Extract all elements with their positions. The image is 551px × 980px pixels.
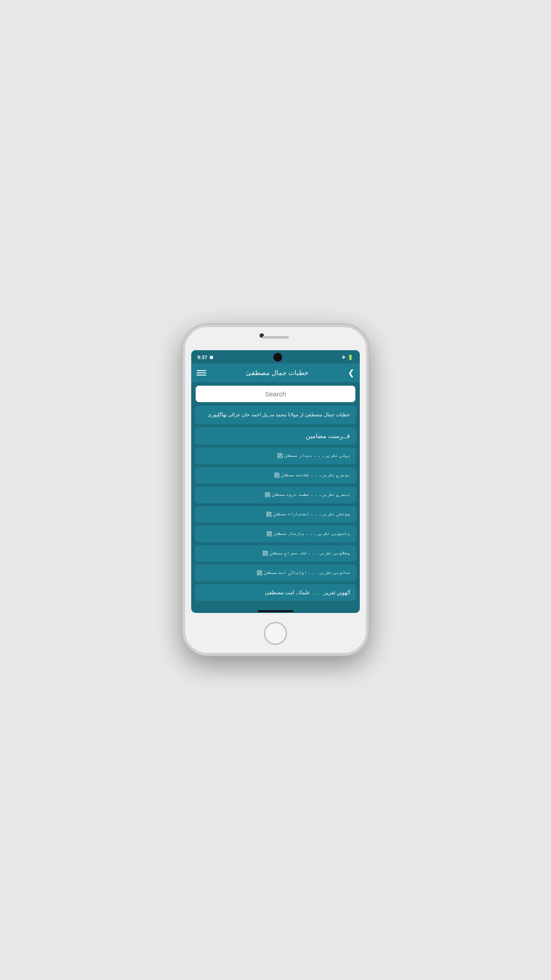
- search-container: [196, 386, 355, 402]
- list-item[interactable]: چھٹویں تقریر۔ ۔ ۔ تحفہ معراج مصطفیٰ ﷺ: [195, 545, 356, 562]
- back-icon[interactable]: ❮: [348, 368, 354, 378]
- list-item-label: چوتھی تقریر۔ ۔ ۔ اختیارات مصطفیٰ ﷺ: [266, 511, 350, 518]
- list-item-label: چھٹویں تقریر۔ ۔ ۔ تحفہ معراج مصطفیٰ ﷺ: [263, 550, 350, 557]
- app-title: خطبات جمال مصطفیٰ: [206, 369, 348, 377]
- status-right: ✈ 🔋: [342, 355, 354, 360]
- list-item[interactable]: دوسری تقریر۔ ۔ ۔ شفاعت مصطفیٰ ﷺ: [195, 467, 356, 484]
- hamburger-line-2: [197, 372, 206, 373]
- status-left: 9:37 ⏺: [197, 355, 214, 360]
- list-item[interactable]: فہرست مضامین: [195, 427, 356, 445]
- hamburger-line-1: [197, 370, 206, 371]
- list-item-label: دوسری تقریر۔ ۔ ۔ شفاعت مصطفیٰ ﷺ: [274, 472, 350, 478]
- app-header: خطبات جمال مصطفیٰ ❮: [191, 364, 360, 382]
- phone-screen: 9:37 ⏺ ✈ 🔋 خطبات جمال مصطفیٰ ❮: [191, 350, 360, 613]
- status-time: 9:37: [197, 355, 207, 360]
- list-item-label: خطبات جمال مصطفیٰ از مولانا محمد سہیل اح…: [208, 412, 350, 417]
- home-button[interactable]: [264, 622, 287, 645]
- hamburger-line-3: [197, 375, 206, 375]
- phone-frame: 9:37 ⏺ ✈ 🔋 خطبات جمال مصطفیٰ ❮: [182, 324, 369, 656]
- content-area: خطبات جمال مصطفیٰ از مولانا محمد سہیل اح…: [191, 406, 360, 609]
- list-item-label: پہلی تقریر۔ ۔ ۔ دیدار مصطفیٰ ﷺ: [277, 453, 350, 459]
- list-item[interactable]: خطبات جمال مصطفیٰ از مولانا محمد سہیل اح…: [195, 406, 356, 424]
- list-item[interactable]: تیسری تقریر۔ ۔ ۔ عظمت درود مصطفیٰ ﷺ: [195, 486, 356, 503]
- status-record-icon: ⏺: [209, 355, 214, 360]
- status-bar: 9:37 ⏺ ✈ 🔋: [191, 350, 360, 364]
- list-item-label: آٹھویں تقریر۔ ۔ ۔ علمائے امت مصطفیٰ: [265, 589, 350, 596]
- phone-speaker: [262, 336, 289, 339]
- hamburger-menu-button[interactable]: [197, 370, 206, 375]
- list-item[interactable]: پانچویں تقریر۔ ۔ ۔ یارغار مصطفیٰ ﷺ: [195, 526, 356, 542]
- battery-icon: 🔋: [347, 355, 354, 360]
- list-item-label: فہرست مضامین: [306, 432, 350, 439]
- list-item[interactable]: ساتویں تقریر۔ ۔ ۔ اولیائے امت مصطفیٰ ﷺ: [195, 565, 356, 581]
- list-item[interactable]: پہلی تقریر۔ ۔ ۔ دیدار مصطفیٰ ﷺ: [195, 447, 356, 464]
- list-item-label: تیسری تقریر۔ ۔ ۔ عظمت درود مصطفیٰ ﷺ: [265, 492, 350, 498]
- list-item[interactable]: چوتھی تقریر۔ ۔ ۔ اختیارات مصطفیٰ ﷺ: [195, 506, 356, 523]
- list-item[interactable]: آٹھویں تقریر۔ ۔ ۔ علمائے امت مصطفیٰ: [195, 584, 356, 601]
- list-item-label: پانچویں تقریر۔ ۔ ۔ یارغار مصطفیٰ ﷺ: [267, 531, 350, 537]
- status-notch: [273, 353, 282, 362]
- list-item-label: ساتویں تقریر۔ ۔ ۔ اولیائے امت مصطفیٰ ﷺ: [257, 570, 350, 576]
- bottom-bar: [258, 610, 293, 612]
- search-input[interactable]: [196, 386, 355, 402]
- airplane-icon: ✈: [342, 355, 346, 360]
